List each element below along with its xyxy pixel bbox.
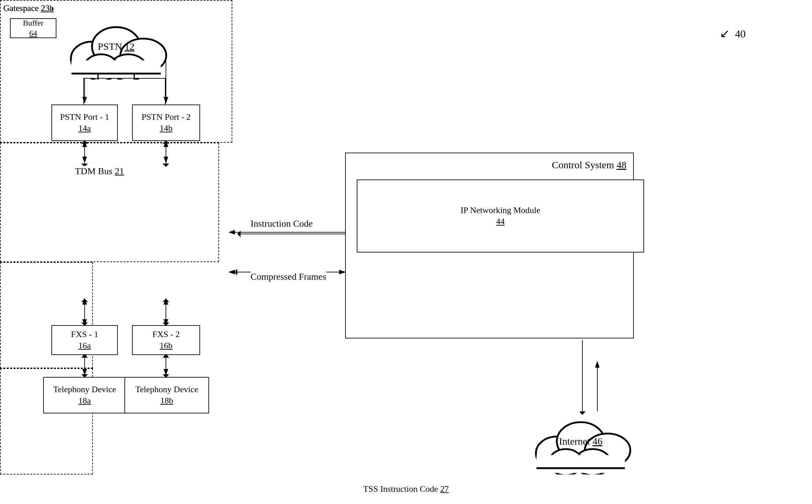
arrow-fxs1-tel: [76, 354, 93, 378]
pstn-port-1: PSTN Port - 1 14a: [51, 105, 118, 141]
svg-marker-33: [237, 231, 241, 237]
arrow-fxs2-tdm: [158, 299, 174, 326]
svg-rect-22: [71, 60, 161, 79]
line-pstn-port2: [165, 78, 166, 105]
svg-marker-30: [163, 140, 169, 144]
fig-num-value: 40: [735, 28, 746, 40]
arrow-port2-tdm: [158, 140, 174, 167]
telephony-device-a: Telephony Device 18a: [43, 377, 126, 413]
figure-number: ↙ 40: [720, 27, 746, 40]
pstn-port-2: PSTN Port - 2 14b: [132, 105, 200, 141]
diagram: ↙ 40 PSTN 12 PSTN Port: [0, 0, 812, 504]
arrow-port1-tdm: [76, 140, 93, 167]
arrow-fxs1-tdm: [76, 299, 93, 326]
internet-cloud: Internet 46: [521, 408, 640, 474]
arrow-ip-internet: [566, 338, 599, 415]
fxs-1: FXS - 1 16a: [51, 325, 118, 355]
buffer-box: Buffer 64: [10, 18, 56, 38]
svg-marker-42: [163, 323, 169, 326]
control-system-label: Control System 48: [552, 158, 627, 171]
svg-marker-39: [81, 323, 88, 326]
gatespace-b-label: Gatespace 23b: [3, 3, 54, 13]
pstn-cloud: PSTN 12: [51, 13, 181, 80]
instruction-code-label: Instruction Code: [251, 218, 313, 229]
svg-marker-31: [163, 164, 169, 167]
line-pstn-port1: [83, 78, 84, 105]
fxs-2: FXS - 2 16b: [132, 325, 200, 355]
svg-marker-41: [163, 299, 169, 302]
svg-rect-56: [537, 455, 625, 473]
gatespace-outer: [0, 143, 219, 262]
internet-label: Internet 46: [559, 436, 603, 447]
svg-marker-35: [236, 269, 237, 275]
tdm-bus-label: TDM Bus 21: [73, 166, 126, 177]
compressed-frames-label: Compressed Frames: [251, 271, 326, 282]
svg-marker-27: [81, 140, 88, 144]
control-system: Control System 48 DSP Control 52 Instruc…: [345, 153, 634, 338]
ip-networking: IP Networking Module 44: [357, 180, 644, 252]
line-pstn-horiz: [83, 78, 166, 79]
svg-marker-38: [81, 299, 88, 302]
arrow-fxs2-tel: [158, 354, 174, 378]
fig-arrow: ↙: [720, 27, 730, 40]
svg-marker-47: [163, 354, 169, 358]
tss-label: TSS Instruction Code 27: [7, 484, 805, 494]
telephony-device-b: Telephony Device 18b: [124, 377, 209, 413]
pstn-label: PSTN 12: [98, 41, 135, 52]
svg-marker-44: [81, 354, 88, 358]
